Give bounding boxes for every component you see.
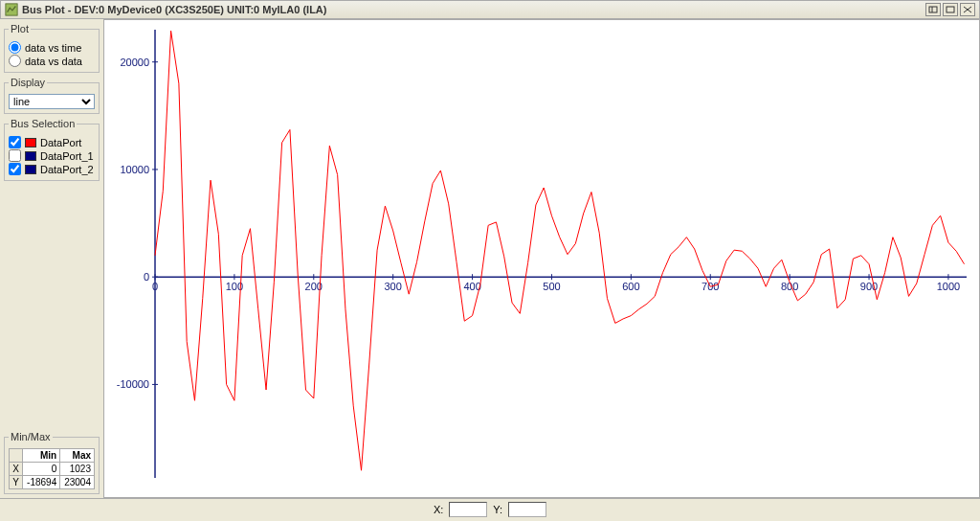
bus-legend: Bus Selection [9, 118, 77, 129]
col-min: Min [23, 449, 60, 463]
bus-selection-panel: Bus Selection DataPort DataPort_1 DataPo… [4, 118, 100, 181]
display-panel: Display line [4, 77, 100, 114]
svg-text:300: 300 [385, 281, 402, 292]
table-row: X01023 [10, 463, 95, 476]
bus-swatch [25, 165, 36, 174]
svg-text:500: 500 [543, 281, 560, 292]
sidebar: Plot data vs time data vs data Display l… [0, 19, 103, 498]
svg-text:0: 0 [144, 271, 149, 283]
radio-data-vs-time-input[interactable] [9, 41, 21, 54]
display-legend: Display [9, 77, 47, 88]
bus-swatch [25, 151, 36, 161]
col-max: Max [60, 449, 95, 463]
status-x-label: X: [434, 504, 443, 515]
bus-label: DataPort [40, 137, 81, 148]
app-icon [5, 3, 18, 16]
chart-svg: 01002003004005006007008009001000-1000001… [104, 20, 979, 497]
plot-panel: Plot data vs time data vs data [4, 23, 100, 73]
bus-item-0[interactable]: DataPort [9, 136, 95, 148]
minimize-button[interactable] [925, 3, 941, 16]
bus-label: DataPort_1 [40, 150, 94, 162]
status-x-input[interactable] [449, 502, 487, 517]
minmax-legend: Min/Max [9, 431, 53, 442]
plot-area[interactable]: 01002003004005006007008009001000-1000001… [103, 19, 980, 498]
minmax-panel: Min/Max MinMax X01023Y-1869423004 [4, 431, 100, 494]
bus-check[interactable] [9, 163, 21, 175]
bus-check[interactable] [9, 136, 21, 148]
window-title: Bus Plot - DEV:0 MyDevice0 (XC3S250E) UN… [22, 4, 924, 15]
plot-legend: Plot [9, 23, 31, 34]
radio-data-vs-data-input[interactable] [9, 55, 21, 67]
radio-data-vs-time[interactable]: data vs time [9, 41, 95, 54]
status-y-input[interactable] [508, 502, 546, 517]
bus-item-2[interactable]: DataPort_2 [9, 163, 95, 175]
display-select[interactable]: line [9, 94, 95, 109]
svg-text:600: 600 [622, 281, 639, 292]
radio-label: data vs data [25, 56, 82, 67]
bus-item-1[interactable]: DataPort_1 [9, 149, 95, 162]
svg-text:0: 0 [152, 281, 158, 292]
svg-text:20000: 20000 [120, 57, 149, 68]
bus-check[interactable] [9, 149, 21, 162]
radio-label: data vs time [25, 42, 81, 54]
close-button[interactable] [960, 3, 975, 16]
bus-swatch [25, 138, 36, 147]
status-y-label: Y: [493, 504, 502, 515]
radio-data-vs-data[interactable]: data vs data [9, 55, 95, 67]
status-bar: X: Y: [0, 498, 980, 519]
bus-label: DataPort_2 [40, 164, 94, 175]
table-row: Y-1869423004 [10, 476, 95, 489]
maximize-button[interactable] [943, 3, 958, 16]
svg-rect-3 [947, 7, 954, 12]
minmax-table: MinMax X01023Y-1869423004 [9, 448, 95, 489]
svg-text:-10000: -10000 [117, 378, 149, 390]
svg-text:10000: 10000 [120, 164, 149, 175]
svg-text:1000: 1000 [937, 281, 960, 292]
titlebar: Bus Plot - DEV:0 MyDevice0 (XC3S250E) UN… [0, 0, 980, 19]
svg-rect-1 [929, 7, 937, 12]
